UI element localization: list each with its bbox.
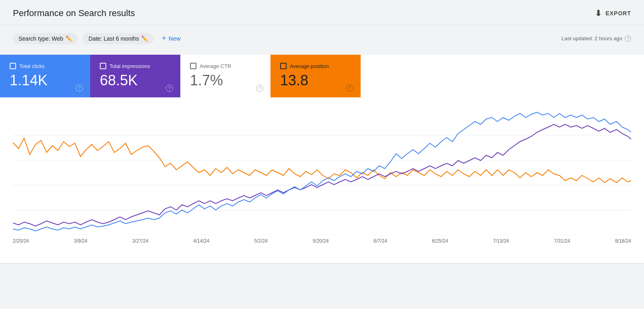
x-label-9: 7/31/24 <box>554 238 570 244</box>
metric-card-clicks[interactable]: Total clicks 1.14K ? <box>0 55 90 97</box>
search-type-filter[interactable]: Search type: Web ✏️ <box>13 33 78 44</box>
clicks-icon <box>10 63 16 69</box>
metrics-row: Total clicks 1.14K ? Total impressions 6… <box>0 55 644 97</box>
main-card: Total clicks 1.14K ? Total impressions 6… <box>0 55 644 263</box>
page-header: Performance on Search results ⬇ EXPORT <box>0 0 644 25</box>
metric-label-position: Average position <box>280 63 351 69</box>
download-icon: ⬇ <box>595 8 602 18</box>
page: Performance on Search results ⬇ EXPORT S… <box>0 0 644 263</box>
x-label-10: 8/18/24 <box>615 238 631 244</box>
metric-value-impressions: 68.5K <box>100 72 171 89</box>
performance-chart <box>13 110 631 235</box>
edit-icon: ✏️ <box>66 35 72 42</box>
x-label-7: 6/25/24 <box>432 238 448 244</box>
metric-value-position: 13.8 <box>280 72 351 89</box>
x-label-2: 3/27/24 <box>132 238 149 244</box>
x-label-4: 5/2/24 <box>254 238 268 244</box>
x-label-1: 3/9/24 <box>74 238 87 244</box>
x-label-8: 7/13/24 <box>493 238 509 244</box>
chart-container: 2/20/24 3/9/24 3/27/24 4/14/24 5/2/24 5/… <box>0 97 644 263</box>
metric-card-position[interactable]: Average position 13.8 ? <box>270 55 361 97</box>
metric-card-ctr[interactable]: Average CTR 1.7% ? <box>180 55 270 97</box>
ctr-icon <box>190 63 196 69</box>
edit-icon-date: ✏️ <box>141 35 148 42</box>
last-updated: Last updated: 2 hours ago ? <box>561 35 631 42</box>
date-filter[interactable]: Date: Last 6 months ✏️ <box>83 33 154 44</box>
metric-label-impressions: Total impressions <box>100 63 171 69</box>
last-updated-help-icon[interactable]: ? <box>625 35 631 42</box>
filter-bar: Search type: Web ✏️ Date: Last 6 months … <box>0 25 644 52</box>
x-label-3: 4/14/24 <box>193 238 209 244</box>
impressions-icon <box>100 63 106 69</box>
impressions-help-icon[interactable]: ? <box>166 84 173 92</box>
position-icon <box>280 63 287 69</box>
metric-value-clicks: 1.14K <box>10 72 80 89</box>
position-help-icon[interactable]: ? <box>346 84 353 92</box>
x-label-0: 2/20/24 <box>13 238 29 244</box>
clicks-help-icon[interactable]: ? <box>76 84 83 92</box>
metric-label-clicks: Total clicks <box>10 63 80 69</box>
new-button[interactable]: + New <box>159 32 184 45</box>
x-axis-labels: 2/20/24 3/9/24 3/27/24 4/14/24 5/2/24 5/… <box>13 238 631 244</box>
export-button[interactable]: ⬇ EXPORT <box>595 8 631 18</box>
metric-label-ctr: Average CTR <box>190 63 261 69</box>
metric-card-impressions[interactable]: Total impressions 68.5K ? <box>90 55 180 97</box>
ctr-help-icon[interactable]: ? <box>256 84 263 92</box>
page-title: Performance on Search results <box>13 8 135 19</box>
metric-value-ctr: 1.7% <box>190 72 261 89</box>
plus-icon: + <box>162 34 166 43</box>
x-label-5: 5/20/24 <box>313 238 329 244</box>
x-label-6: 6/7/24 <box>374 238 387 244</box>
